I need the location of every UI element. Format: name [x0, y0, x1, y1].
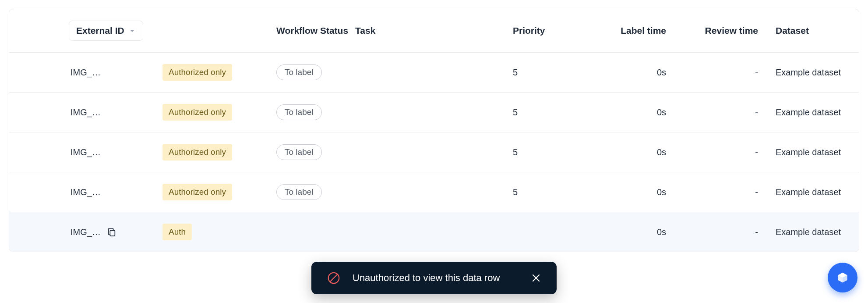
- header-priority[interactable]: Priority: [504, 9, 583, 53]
- data-table: External ID Workflow Status Task Priorit…: [9, 9, 859, 252]
- external-id-cell[interactable]: IMG_…: [62, 212, 154, 252]
- priority-cell: 5: [504, 93, 583, 132]
- dataset-cell[interactable]: Example dataset: [767, 132, 859, 172]
- auth-chip: Authorized only: [162, 104, 232, 121]
- auth-chip: Authorized only: [162, 144, 232, 160]
- header-workflow-status[interactable]: Workflow Status: [268, 9, 346, 53]
- external-id-text: IMG_…: [71, 68, 101, 78]
- dataset-cell[interactable]: Example dataset: [767, 93, 859, 132]
- header-label-time[interactable]: Label time: [583, 9, 675, 53]
- priority-cell: [504, 212, 583, 252]
- workflow-status-cell: To label: [268, 93, 346, 132]
- auth-chip: Auth: [162, 224, 192, 240]
- dataset-cell[interactable]: Example dataset: [767, 172, 859, 212]
- table-row[interactable]: IMG_…Authorized onlyTo label50s-Example …: [9, 172, 859, 212]
- review-time-cell: -: [675, 212, 767, 252]
- auth-chip-cell: Auth: [154, 212, 268, 252]
- review-time-cell: -: [675, 132, 767, 172]
- task-cell: [346, 93, 504, 132]
- external-id-cell[interactable]: IMG_…: [62, 53, 154, 93]
- dataset-cell[interactable]: Example dataset: [767, 212, 859, 252]
- label-time-cell: 0s: [583, 53, 675, 93]
- table-header-row: External ID Workflow Status Task Priorit…: [9, 9, 859, 53]
- task-cell: [346, 212, 504, 252]
- priority-cell: 5: [504, 172, 583, 212]
- table-row[interactable]: IMG_…Authorized onlyTo label50s-Example …: [9, 93, 859, 132]
- review-time-cell: -: [675, 53, 767, 93]
- external-id-text: IMG_…: [71, 227, 101, 237]
- review-time-cell: -: [675, 172, 767, 212]
- task-cell: [346, 172, 504, 212]
- priority-cell: 5: [504, 132, 583, 172]
- label-time-cell: 0s: [583, 172, 675, 212]
- data-table-container: External ID Workflow Status Task Priorit…: [9, 9, 859, 252]
- row-selection-cell[interactable]: [9, 172, 62, 212]
- auth-chip-cell: Authorized only: [154, 172, 268, 212]
- status-pill: To label: [276, 64, 322, 80]
- row-selection-cell[interactable]: [9, 132, 62, 172]
- external-id-text: IMG_…: [71, 187, 101, 197]
- label-time-cell: 0s: [583, 93, 675, 132]
- workflow-status-cell: To label: [268, 132, 346, 172]
- status-pill: To label: [276, 104, 322, 120]
- row-selection-cell[interactable]: [9, 93, 62, 132]
- external-id-text: IMG_…: [71, 147, 101, 157]
- label-time-cell: 0s: [583, 212, 675, 252]
- priority-cell: 5: [504, 53, 583, 93]
- table-row[interactable]: IMG_…Auth0s-Example dataset: [9, 212, 859, 252]
- status-pill: To label: [276, 184, 322, 200]
- auth-chip-cell: Authorized only: [154, 53, 268, 93]
- header-external-id[interactable]: External ID: [62, 9, 268, 53]
- header-review-time[interactable]: Review time: [675, 9, 767, 53]
- auth-chip-cell: Authorized only: [154, 132, 268, 172]
- header-selection: [9, 9, 62, 53]
- external-id-cell[interactable]: IMG_…: [62, 93, 154, 132]
- dataset-cell[interactable]: Example dataset: [767, 53, 859, 93]
- table-row[interactable]: IMG_…Authorized onlyTo label50s-Example …: [9, 53, 859, 93]
- auth-chip: Authorized only: [162, 184, 232, 200]
- workflow-status-cell: [268, 212, 346, 252]
- task-cell: [346, 53, 504, 93]
- workflow-status-cell: To label: [268, 53, 346, 93]
- sort-desc-icon: [129, 27, 136, 34]
- status-pill: To label: [276, 144, 322, 160]
- task-cell: [346, 132, 504, 172]
- header-task[interactable]: Task: [346, 9, 504, 53]
- auth-chip: Authorized only: [162, 64, 232, 81]
- table-row[interactable]: IMG_…Authorized onlyTo label50s-Example …: [9, 132, 859, 172]
- header-dataset[interactable]: Dataset: [767, 9, 859, 53]
- external-id-cell[interactable]: IMG_…: [62, 172, 154, 212]
- auth-chip-cell: Authorized only: [154, 93, 268, 132]
- workflow-status-cell: To label: [268, 172, 346, 212]
- review-time-cell: -: [675, 93, 767, 132]
- external-id-text: IMG_…: [71, 107, 101, 118]
- header-external-id-label: External ID: [76, 25, 124, 36]
- row-selection-cell[interactable]: [9, 53, 62, 93]
- copy-icon[interactable]: [107, 227, 116, 237]
- label-time-cell: 0s: [583, 132, 675, 172]
- svg-rect-0: [110, 230, 115, 236]
- row-selection-cell[interactable]: [9, 212, 62, 252]
- external-id-cell[interactable]: IMG_…: [62, 132, 154, 172]
